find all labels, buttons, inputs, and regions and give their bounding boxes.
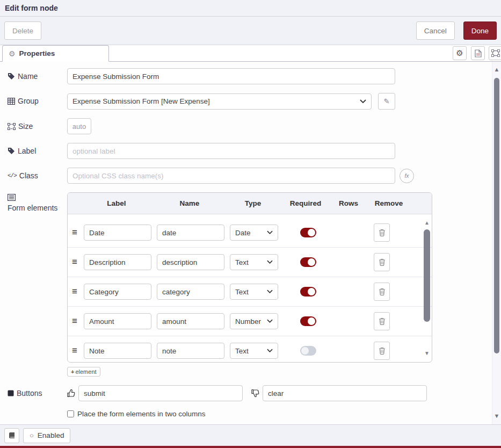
enabled-toggle-button[interactable]: ○ Enabled bbox=[23, 428, 70, 443]
list-icon bbox=[8, 194, 16, 201]
thumbs-up-icon bbox=[67, 389, 75, 398]
form-element-row: ≡ Text bbox=[68, 336, 432, 362]
element-name-input[interactable] bbox=[157, 284, 224, 300]
class-label: </> Class bbox=[8, 171, 67, 180]
edit-form-node-dialog: Edit form node Delete Cancel Done ⚙ Prop… bbox=[0, 0, 501, 448]
element-type-select[interactable]: Number bbox=[230, 313, 278, 329]
delete-element-button[interactable] bbox=[374, 283, 390, 301]
group-select-value: Expense Submission Form [New Expense] bbox=[72, 97, 210, 105]
form-elements-row: Form elements Label Name Type Required R… bbox=[8, 192, 501, 377]
pencil-icon: ✎ bbox=[383, 97, 389, 105]
element-name-input[interactable] bbox=[157, 343, 224, 359]
edit-group-button[interactable]: ✎ bbox=[378, 93, 395, 110]
required-toggle[interactable] bbox=[300, 287, 316, 297]
scroll-down-icon[interactable]: ▼ bbox=[492, 413, 501, 419]
element-type-select[interactable]: Text bbox=[230, 284, 278, 300]
tab-row: ⚙ Properties ⚙ bbox=[0, 45, 501, 62]
element-type-value: Text bbox=[235, 347, 249, 355]
scroll-up-icon[interactable]: ▲ bbox=[492, 66, 501, 73]
drag-handle-icon[interactable]: ≡ bbox=[72, 345, 84, 356]
description-tab-button[interactable] bbox=[471, 46, 485, 60]
element-label-input[interactable] bbox=[84, 343, 151, 359]
dialog-footer: ○ Enabled bbox=[0, 424, 501, 446]
chevron-down-icon bbox=[267, 319, 273, 323]
two-columns-checkbox[interactable] bbox=[67, 410, 74, 417]
required-toggle[interactable] bbox=[300, 228, 316, 237]
enabled-label: Enabled bbox=[38, 431, 64, 439]
thumbs-down-icon bbox=[251, 389, 259, 398]
scroll-down-icon[interactable]: ▼ bbox=[424, 350, 430, 357]
dialog-header: Edit form node bbox=[0, 0, 501, 17]
circle-icon: ○ bbox=[30, 431, 34, 439]
elements-table-body: ≡ Date ≡ Text bbox=[68, 214, 432, 362]
label-input[interactable] bbox=[67, 143, 395, 159]
col-remove: Remove bbox=[370, 199, 408, 207]
col-name: Name bbox=[156, 199, 223, 207]
required-toggle[interactable] bbox=[300, 257, 316, 267]
object-group-icon bbox=[8, 123, 16, 130]
element-name-input[interactable] bbox=[157, 313, 224, 329]
class-input[interactable] bbox=[67, 168, 395, 184]
chevron-down-icon bbox=[267, 230, 273, 235]
element-label-input[interactable] bbox=[84, 225, 151, 241]
form-element-row: ≡ Date bbox=[68, 218, 432, 248]
delete-element-button[interactable] bbox=[374, 312, 390, 330]
main-scrollbar: ▲ ▼ bbox=[492, 62, 501, 424]
scroll-up-icon[interactable]: ▲ bbox=[424, 220, 430, 226]
gear-icon: ⚙ bbox=[9, 49, 16, 58]
dialog-bottom-edge bbox=[0, 446, 501, 448]
name-input[interactable] bbox=[67, 68, 395, 84]
name-label: Name bbox=[8, 72, 67, 81]
delete-element-button[interactable] bbox=[374, 342, 390, 360]
dynamic-class-button[interactable]: fx bbox=[400, 169, 414, 183]
clear-button-input[interactable] bbox=[263, 385, 427, 401]
dialog-title: Edit form node bbox=[5, 4, 58, 12]
code-icon: </> bbox=[8, 172, 17, 179]
appearance-tab-button[interactable] bbox=[489, 46, 501, 60]
main-scrollbar-thumb[interactable] bbox=[494, 78, 499, 353]
group-label: Group bbox=[8, 97, 67, 105]
required-toggle[interactable] bbox=[300, 316, 316, 326]
cancel-button[interactable]: Cancel bbox=[416, 21, 455, 40]
form-element-row: ≡ Number bbox=[68, 307, 432, 336]
required-toggle[interactable] bbox=[300, 346, 316, 356]
tab-properties[interactable]: ⚙ Properties bbox=[2, 45, 109, 62]
group-select[interactable]: Expense Submission Form [New Expense] bbox=[67, 93, 372, 110]
element-type-value: Number bbox=[235, 317, 261, 326]
element-type-select[interactable]: Text bbox=[230, 343, 278, 359]
element-label-input[interactable] bbox=[84, 254, 151, 270]
tag-icon bbox=[8, 73, 15, 80]
element-label-input[interactable] bbox=[84, 284, 151, 300]
buttons-row: Buttons bbox=[8, 385, 501, 401]
element-type-select[interactable]: Text bbox=[230, 254, 278, 270]
chevron-down-icon bbox=[267, 260, 273, 264]
plus-icon: + bbox=[71, 368, 74, 375]
trash-icon bbox=[379, 347, 386, 355]
trash-icon bbox=[379, 317, 386, 325]
element-name-input[interactable] bbox=[157, 225, 224, 241]
label-label: Label bbox=[8, 147, 67, 155]
book-icon bbox=[9, 432, 16, 439]
size-button[interactable]: auto bbox=[67, 118, 91, 134]
drag-handle-icon[interactable]: ≡ bbox=[72, 257, 84, 268]
col-type: Type bbox=[229, 199, 277, 207]
delete-element-button[interactable] bbox=[374, 223, 390, 242]
element-type-select[interactable]: Date bbox=[230, 225, 278, 241]
table-scrollbar-thumb[interactable] bbox=[424, 229, 430, 322]
done-button[interactable]: Done bbox=[463, 21, 497, 40]
col-required: Required bbox=[284, 199, 327, 207]
properties-tab-button[interactable]: ⚙ bbox=[453, 46, 467, 60]
form-element-row: ≡ Text bbox=[68, 248, 432, 277]
drag-handle-icon[interactable]: ≡ bbox=[72, 286, 84, 297]
element-name-input[interactable] bbox=[157, 254, 224, 270]
delete-button[interactable]: Delete bbox=[4, 21, 41, 40]
element-label-input[interactable] bbox=[84, 313, 151, 329]
docs-button[interactable] bbox=[4, 428, 19, 443]
drag-handle-icon[interactable]: ≡ bbox=[72, 227, 84, 238]
size-row: Size auto bbox=[8, 118, 501, 134]
submit-button-input[interactable] bbox=[78, 385, 243, 401]
object-group-icon bbox=[491, 49, 500, 57]
delete-element-button[interactable] bbox=[374, 253, 390, 271]
drag-handle-icon[interactable]: ≡ bbox=[72, 316, 84, 327]
add-element-button[interactable]: +element bbox=[67, 367, 100, 377]
